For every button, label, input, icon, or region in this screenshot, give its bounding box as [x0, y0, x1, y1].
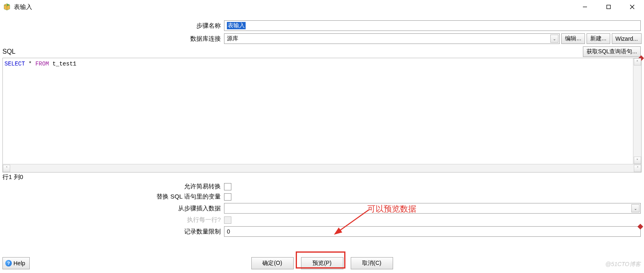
record-limit-label: 记录数量限制: [0, 228, 224, 236]
record-limit-input[interactable]: 0: [224, 226, 641, 237]
window-title: 表输入: [14, 3, 32, 11]
insert-from-step-label: 从步骤插入数据: [0, 205, 224, 212]
help-icon: ?: [5, 260, 12, 266]
horizontal-scrollbar[interactable]: ˂ ˃: [3, 164, 641, 172]
new-connection-button[interactable]: 新建...: [587, 33, 610, 44]
app-icon: [3, 3, 11, 11]
svg-rect-1: [607, 5, 611, 9]
vertical-scrollbar[interactable]: ˄ ˅: [633, 58, 641, 164]
db-connection-value: 源库: [227, 35, 238, 42]
ok-button[interactable]: 确定(O): [251, 257, 294, 269]
step-name-value: 表输入: [227, 22, 246, 29]
sql-editor-container: SELECT * FROM t_test1 ˄ ˅ ˂ ˃: [2, 58, 642, 173]
cursor-position: 行1 列0: [0, 173, 644, 183]
sql-editor[interactable]: SELECT * FROM t_test1: [3, 58, 641, 164]
chevron-down-icon: ⌄: [550, 35, 558, 43]
help-button[interactable]: ? Help: [2, 257, 30, 269]
edit-connection-button[interactable]: 编辑...: [561, 33, 585, 44]
step-name-input[interactable]: 表输入: [224, 20, 641, 31]
replace-vars-checkbox[interactable]: [224, 193, 231, 201]
step-name-label: 步骤名称: [0, 22, 224, 30]
sql-label: SQL: [2, 48, 15, 55]
scroll-right-icon[interactable]: ˃: [634, 165, 641, 172]
exec-each-row-checkbox: [224, 216, 231, 224]
replace-vars-label: 替换 SQL 语句里的变量: [0, 193, 224, 201]
diamond-icon: [637, 224, 643, 229]
get-sql-button[interactable]: 获取SQL查询语句...: [583, 46, 641, 57]
bottom-bar: ? Help 确定(O) 预览(P) 取消(C): [2, 256, 642, 271]
preview-button[interactable]: 预览(P): [301, 257, 343, 269]
allow-lazy-checkbox[interactable]: [224, 183, 231, 190]
wizard-button[interactable]: Wizard...: [612, 33, 642, 44]
insert-from-step-combo[interactable]: ⌄: [224, 203, 641, 214]
scroll-down-icon[interactable]: ˅: [634, 157, 641, 164]
exec-each-row-label: 执行每一行?: [0, 216, 224, 224]
maximize-button[interactable]: [597, 0, 620, 14]
watermark: @51CTO博客: [605, 261, 641, 268]
db-connection-combo[interactable]: 源库 ⌄: [224, 33, 560, 44]
close-button[interactable]: [620, 0, 644, 14]
title-bar: 表输入: [0, 0, 644, 14]
db-connection-label: 数据库连接: [0, 35, 224, 43]
scroll-up-icon[interactable]: ˄: [634, 58, 641, 66]
scroll-left-icon[interactable]: ˂: [3, 165, 10, 172]
cancel-button[interactable]: 取消(C): [351, 257, 393, 269]
minimize-button[interactable]: [573, 0, 597, 14]
chevron-down-icon: ⌄: [631, 204, 640, 212]
allow-lazy-label: 允许简易转换: [0, 183, 224, 190]
annotation-text: 可以预览数据: [367, 203, 416, 214]
